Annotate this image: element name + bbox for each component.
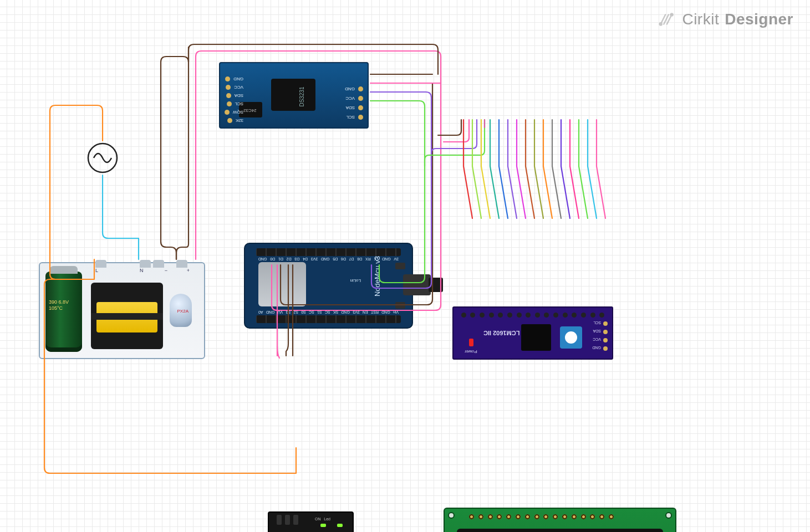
nodemcu-pin-label: D3 xyxy=(294,257,299,261)
relay-led-act-icon xyxy=(337,524,343,527)
psu-pinlabel-n: N xyxy=(140,268,144,273)
relay-led-on-icon xyxy=(320,524,326,527)
nodemcu-flash-button[interactable] xyxy=(395,263,405,269)
rtc-pin-32k[interactable]: 32K xyxy=(236,118,243,123)
i2c-backpack[interactable]: Power LCM1602 IIC GND VCC SDA SCL xyxy=(452,306,613,360)
i2c-title: LCM1602 IIC xyxy=(483,330,519,336)
i2c-out-pin[interactable] xyxy=(553,313,558,318)
lcd-pin-header[interactable] xyxy=(469,514,614,519)
i2c-out-pin[interactable] xyxy=(526,313,531,318)
psu-pin-vout[interactable] xyxy=(176,260,187,268)
rtc-pin-scl[interactable]: SCL xyxy=(235,101,244,106)
lcd-pin[interactable] xyxy=(525,514,530,519)
i2c-out-pin[interactable] xyxy=(563,313,568,318)
design-canvas[interactable]: Cirkit Designer AC Source 390 6.8V 105°C… xyxy=(0,0,810,532)
psu-capacitor-icon: 390 6.8V 105°C xyxy=(45,272,82,352)
lcd-pin[interactable] xyxy=(590,514,595,519)
rtc-pin-sda2[interactable]: SDA xyxy=(346,105,355,110)
lcd-pin[interactable] xyxy=(599,514,604,519)
rtc-pin-sda[interactable]: SDA xyxy=(235,93,243,98)
relay-pin-s[interactable] xyxy=(277,515,282,525)
i2c-output-header[interactable] xyxy=(459,310,607,318)
rtc-module[interactable]: DS3231 24C32 SCL SDA VCC GND GND VCC SDA… xyxy=(219,62,369,129)
i2c-pin-scl[interactable]: SCL xyxy=(593,321,601,325)
lcd-pin[interactable] xyxy=(581,514,586,519)
lcd-pin[interactable] xyxy=(562,514,567,519)
i2c-out-pin[interactable] xyxy=(461,313,466,318)
lcd-pin[interactable] xyxy=(609,514,614,519)
rtc-pin-gnd2[interactable]: GND xyxy=(345,86,355,91)
rtc-pin-vcc2[interactable]: VCC xyxy=(345,96,355,101)
nodemcu-rst-button[interactable] xyxy=(395,302,405,309)
i2c-out-pin[interactable] xyxy=(470,313,475,318)
rtc-pin-scl2[interactable]: SCL xyxy=(346,115,355,120)
nodemcu-pin-label: GND xyxy=(266,310,275,314)
i2c-pin-gnd[interactable]: GND xyxy=(592,346,601,350)
lcd-pin[interactable] xyxy=(572,514,577,519)
svg-point-1 xyxy=(671,14,673,16)
i2c-out-pin[interactable] xyxy=(581,313,586,318)
psu-module[interactable]: 390 6.8V 105°C PX2A L N − + xyxy=(39,262,205,359)
lcd-mount-hole xyxy=(665,512,672,519)
rtc-pin-sqw[interactable]: SQW xyxy=(233,110,243,115)
ac-source[interactable]: AC Source xyxy=(86,141,119,175)
relay-module[interactable]: ON Led 10A 250VAC 10A 125VAC 10A 30VDC 1… xyxy=(268,511,354,532)
nodemcu-pin-label: 3V3 xyxy=(353,310,359,314)
lcd-pin[interactable] xyxy=(516,514,521,519)
lcd-pin[interactable] xyxy=(534,514,539,519)
i2c-out-pin[interactable] xyxy=(590,313,595,318)
relay-header-pins[interactable] xyxy=(277,515,298,525)
lcd-pin[interactable] xyxy=(497,514,502,519)
psu-pinlabel-vout: + xyxy=(187,268,190,273)
lcd-pin[interactable] xyxy=(543,514,548,519)
wire-i2c-scl-branch xyxy=(477,120,485,127)
psu-pinlabel-l: L xyxy=(95,268,98,273)
lcd-pin[interactable] xyxy=(488,514,493,519)
relay-pin-plus[interactable] xyxy=(285,515,290,525)
nodemcu-pin-label: D2 xyxy=(287,257,292,261)
i2c-out-pin[interactable] xyxy=(599,313,604,318)
nodemcu-pin-label: GND xyxy=(258,257,267,261)
wire-i2c-sda xyxy=(431,120,477,166)
i2c-out-pin[interactable] xyxy=(572,313,577,318)
i2c-out-pin[interactable] xyxy=(489,313,494,318)
nodemcu-pin-label: S1 xyxy=(317,310,322,314)
i2c-pin-sda[interactable]: SDA xyxy=(593,329,601,333)
watermark-product: Designer xyxy=(725,11,793,28)
nodemcu-pinheader-bottom[interactable] xyxy=(256,248,401,256)
nodemcu-pin-label: D6 xyxy=(341,257,346,261)
i2c-out-pin[interactable] xyxy=(517,313,522,318)
i2c-out-pin[interactable] xyxy=(498,313,503,318)
i2c-out-pin[interactable] xyxy=(544,313,549,318)
psu-smallcap-label: PX2A xyxy=(177,309,189,314)
lcd-pin[interactable] xyxy=(469,514,474,519)
i2c-contrast-pot-icon[interactable] xyxy=(560,326,582,349)
psu-pin-l[interactable] xyxy=(95,260,106,268)
nodemcu-pin-label: D0 xyxy=(270,257,275,261)
psu-pin-gnd[interactable] xyxy=(153,260,164,268)
i2c-out-pin[interactable] xyxy=(535,313,540,318)
nodemcu-pinheader-top[interactable] xyxy=(256,315,401,323)
nodemcu-pin-label: S0 xyxy=(301,310,306,314)
rtc-pin-vcc[interactable]: VCC xyxy=(234,85,243,90)
relay-pin-minus[interactable] xyxy=(293,515,298,525)
nodemcu-pin-label: SC xyxy=(325,310,330,314)
lcd-pin[interactable] xyxy=(553,514,558,519)
i2c-out-pin[interactable] xyxy=(507,313,512,318)
nodemcu-pin-label: D1 xyxy=(278,257,283,261)
i2c-pin-vcc[interactable]: VCC xyxy=(593,337,601,341)
lcd-16x2[interactable] xyxy=(444,508,676,532)
lcd-pin[interactable] xyxy=(506,514,511,519)
watermark-brand: Cirkit xyxy=(682,11,719,28)
nodemcu-title: NodeMcu v3 xyxy=(373,256,381,296)
rtc-pin-gnd[interactable]: GND xyxy=(233,76,243,81)
nodemcu-board[interactable]: VinGNDRSTEN3V3GNDSKSCS1SCS0S2S3VUGNDA0 3… xyxy=(244,243,413,329)
ac-source-icon xyxy=(86,141,119,175)
nodemcu-pin-label: D5 xyxy=(333,257,338,261)
rtc-eeprom-label: 24C32 xyxy=(243,108,257,113)
i2c-out-pin[interactable] xyxy=(480,313,485,318)
psu-pin-n[interactable] xyxy=(140,260,151,268)
nodemcu-pin-label: SC xyxy=(309,310,314,314)
nodemcu-pin-label: GND xyxy=(381,310,390,314)
lcd-pin[interactable] xyxy=(478,514,483,519)
